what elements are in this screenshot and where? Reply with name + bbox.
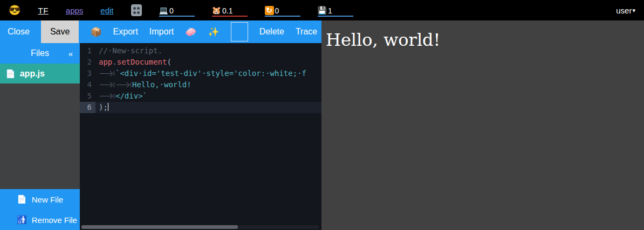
horizontal-scrollbar [81, 225, 319, 229]
code-editor[interactable]: 1//·New·script.2app.setDocument(3`<div·i… [80, 43, 321, 230]
trace-button[interactable]: Trace [296, 27, 317, 37]
scrollbar-thumb[interactable] [81, 225, 238, 229]
code-line: 4Hello,·world! [80, 79, 321, 90]
new-file-icon: 📄 [17, 194, 27, 204]
export-button[interactable]: Export [113, 27, 138, 37]
code-line: 5</div>` [80, 90, 321, 102]
line-number: 5 [80, 90, 95, 102]
line-number: 1 [80, 45, 95, 57]
preview-heading: Hello, world! [326, 30, 644, 50]
refresh-counter-field[interactable]: ↻ 0 [265, 4, 300, 17]
code-token: `<div·id='test-div'·style='color:·white;… [115, 69, 306, 78]
editor-application: Close Save 📦 Export Import 🧼 ✨ Delete Tr… [0, 20, 321, 230]
remove-file-icon: 🚮 [17, 215, 27, 225]
hamster-counter-value: 0.1 [222, 6, 232, 15]
save-button[interactable]: Save [41, 20, 79, 43]
chevron-down-icon: ▾ [632, 7, 635, 14]
soap-icon[interactable]: 🧼 [185, 26, 196, 38]
code-text: //·New·script. [95, 45, 321, 57]
code-text: `<div·id='test-div'·style='color:·white;… [95, 68, 321, 79]
remove-file-button[interactable]: 🚮 Remove File [0, 210, 80, 230]
laptop-counter-value: 0 [169, 6, 174, 15]
empty-box-button[interactable] [231, 22, 248, 41]
sunglasses-emoji-icon: 😎 [9, 5, 20, 15]
files-header-title: Files [31, 48, 49, 58]
code-token: Hello,·world! [132, 80, 191, 89]
new-file-label: New File [32, 195, 63, 204]
code-line: 2app.setDocument( [80, 57, 321, 68]
tab-whitespace-icon [115, 79, 132, 90]
code-token: </div>` [115, 92, 147, 100]
hamster-counter-field[interactable]: 🐹 0.1 [212, 4, 248, 17]
line-number: 6 [80, 102, 95, 113]
delete-button[interactable]: Delete [259, 27, 284, 37]
tab-whitespace-icon [99, 79, 115, 90]
files-header: Files « [0, 43, 80, 64]
tab-whitespace-icon [99, 68, 115, 79]
code-line: 6); [80, 102, 321, 113]
code-line: 1//·New·script. [80, 45, 321, 57]
code-token: //·New·script. [99, 46, 162, 55]
new-file-button[interactable]: 📄 New File [0, 189, 80, 210]
line-number: 2 [80, 57, 95, 68]
line-number: 4 [80, 79, 95, 90]
refresh-counter-value: 0 [275, 6, 279, 15]
file-list-empty-area [0, 83, 80, 189]
package-icon[interactable]: 📦 [90, 26, 101, 38]
nav-link-apps[interactable]: apps [66, 6, 84, 15]
refresh-icon: ↻ [265, 6, 274, 15]
laptop-counter-field[interactable]: 💻 0 [159, 4, 195, 17]
file-item-label: app.js [20, 69, 45, 79]
code-token: ); [99, 103, 108, 111]
code-text: Hello,·world! [95, 79, 321, 90]
sidebar-footer: 📄 New File 🚮 Remove File [0, 189, 80, 230]
code-text: ); [95, 102, 321, 113]
nav-link-edit[interactable]: edit [100, 6, 113, 15]
editor-content: Files « 📄 app.js 📄 New File 🚮 Remove Fil… [0, 43, 321, 230]
code-text: </div>` [95, 90, 321, 102]
file-item-appjs[interactable]: 📄 app.js [0, 64, 80, 83]
code-line: 3`<div·id='test-div'·style='color:·white… [80, 68, 321, 79]
top-bar: 😎 TF apps edit 💻 0 🐹 0.1 ↻ 0 💾 1 user ▾ [0, 0, 644, 20]
preview-pane: Hello, world! [321, 20, 644, 230]
collapse-sidebar-button[interactable]: « [68, 49, 73, 58]
code-token: app [99, 58, 112, 66]
files-sidebar: Files « 📄 app.js 📄 New File 🚮 Remove Fil… [0, 43, 80, 230]
code-token: ( [167, 58, 171, 66]
laptop-icon: 💻 [159, 6, 168, 15]
hamster-icon: 🐹 [212, 6, 221, 15]
floppy-counter-field[interactable]: 💾 1 [318, 4, 353, 17]
user-menu[interactable]: user ▾ [616, 6, 635, 15]
code-lines: 1//·New·script.2app.setDocument(3`<div·i… [80, 43, 321, 113]
line-number: 3 [80, 68, 95, 79]
user-menu-label: user [616, 6, 632, 15]
text-cursor [108, 103, 108, 111]
code-text: app.setDocument( [95, 57, 321, 68]
close-button[interactable]: Close [8, 27, 30, 37]
brand-link[interactable]: TF [38, 6, 48, 15]
code-token: . [112, 58, 117, 66]
sparkles-icon[interactable]: ✨ [208, 26, 219, 38]
grid-dots-icon[interactable] [131, 4, 142, 16]
import-button[interactable]: Import [149, 27, 174, 37]
editor-toolbar: Close Save 📦 Export Import 🧼 ✨ Delete Tr… [0, 20, 321, 43]
remove-file-label: Remove File [32, 215, 77, 225]
tab-whitespace-icon [99, 90, 115, 102]
floppy-icon: 💾 [318, 6, 327, 15]
code-token: setDocument [117, 58, 167, 66]
floppy-counter-value: 1 [328, 6, 332, 15]
file-icon: 📄 [5, 69, 16, 79]
